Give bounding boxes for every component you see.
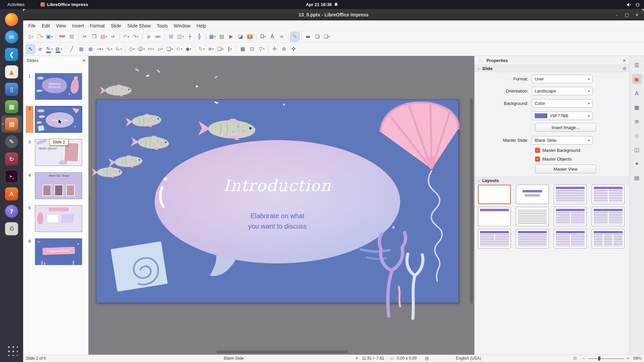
block-arrows-button-dropdown[interactable]: ▾ xyxy=(153,48,154,51)
menu-view[interactable]: View xyxy=(53,21,69,30)
tab-properties[interactable]: ▣ xyxy=(632,74,642,84)
status-language[interactable]: English (USA) xyxy=(456,356,481,361)
menu-slide[interactable]: Slide xyxy=(108,21,124,30)
dock-vlc[interactable]: ▲ xyxy=(1,63,22,80)
callout-shapes-button-dropdown[interactable]: ▾ xyxy=(328,35,330,38)
snap-guides-button[interactable]: ╬ xyxy=(195,32,204,41)
layout-title-6content[interactable] xyxy=(592,229,625,248)
slide-body-text[interactable]: Elaborate on what you want to discuss xyxy=(96,211,459,232)
slide-editing-area[interactable]: Introduction Elaborate on what you want … xyxy=(96,100,459,303)
layout-title-2-content[interactable] xyxy=(592,185,625,204)
dock-firefox[interactable] xyxy=(1,11,22,28)
interaction-button[interactable]: ✜ xyxy=(289,45,298,54)
orientation-select[interactable]: Landscape ▾ xyxy=(532,87,593,95)
vertical-scrollbar-thumb[interactable] xyxy=(470,99,473,304)
clock-text[interactable]: Apr 21 16:36 xyxy=(306,2,332,7)
connectors-button-dropdown[interactable]: ▾ xyxy=(120,48,122,51)
line-color-button-dropdown[interactable]: ▾ xyxy=(51,48,53,51)
paste-button-dropdown[interactable]: ▾ xyxy=(106,35,107,38)
basic-shapes-button-dropdown[interactable]: ▾ xyxy=(133,48,135,51)
tab-navigator[interactable]: ⊚ xyxy=(632,116,642,126)
ellipse-button[interactable]: ● xyxy=(86,45,95,54)
panel-splitter-handle[interactable] xyxy=(89,189,91,206)
save-button[interactable]: ▣▾ xyxy=(45,32,54,41)
print-button[interactable]: ⊟ xyxy=(67,32,76,41)
master-background-checkbox[interactable]: ✓ xyxy=(535,148,540,153)
filter-button-dropdown[interactable]: ▾ xyxy=(263,48,264,51)
flowchart-button[interactable]: ▱▾ xyxy=(156,45,165,54)
slide-thumbnail-5[interactable]: 5 xyxy=(35,205,82,232)
tab-styles[interactable]: A xyxy=(632,88,642,98)
system-tray[interactable] xyxy=(627,2,640,7)
display-grid-button[interactable]: ⊞ xyxy=(167,32,175,41)
symbol-shapes-button[interactable]: ☺▾ xyxy=(137,45,146,54)
redo-button[interactable]: ↷▾ xyxy=(131,32,140,41)
master-slide-select[interactable]: Blank Slide ▾ xyxy=(532,136,593,144)
dock-gimp[interactable]: ✎ xyxy=(1,133,22,150)
menu-slide-show[interactable]: Slide Show xyxy=(124,21,154,30)
menu-format[interactable]: Format xyxy=(87,21,108,30)
curves-polygons-button[interactable]: ∿▾ xyxy=(105,45,114,54)
insert-chart-button[interactable]: ◪ xyxy=(236,32,245,41)
insert-image-button[interactable]: Insert Image... xyxy=(535,123,596,132)
dock-libreoffice-writer[interactable]: ▯ xyxy=(1,80,22,98)
layout-title-slide[interactable] xyxy=(516,185,549,204)
symbol-shapes-button-dropdown[interactable]: ▾ xyxy=(144,48,145,51)
stars-button[interactable]: ☆▾ xyxy=(175,45,183,54)
points-button[interactable]: ✛ xyxy=(270,45,279,54)
layout-title-4content[interactable] xyxy=(554,229,587,248)
special-character-button-dropdown[interactable]: ▾ xyxy=(264,35,266,38)
maximize-button[interactable]: □ xyxy=(623,11,631,18)
align-button[interactable]: ≡▾ xyxy=(207,45,215,54)
callout-shapes-button[interactable]: ❑▾ xyxy=(322,32,331,41)
save-button-dropdown[interactable]: ▾ xyxy=(51,35,53,38)
zoom-out-icon[interactable]: − xyxy=(582,356,585,361)
layout-title-only[interactable] xyxy=(478,207,511,226)
callouts-button[interactable]: ❑▾ xyxy=(165,45,174,54)
lines-arrows-button-dropdown[interactable]: ▾ xyxy=(102,48,103,51)
special-character-button[interactable]: Ω▾ xyxy=(259,32,267,41)
horizontal-scrollbar[interactable] xyxy=(89,350,469,354)
3d-objects-button-dropdown[interactable]: ▾ xyxy=(190,48,191,51)
fill-color-button-dropdown[interactable]: ▾ xyxy=(61,48,62,51)
menu-insert[interactable]: Insert xyxy=(69,21,87,30)
line-color-button[interactable]: ✎▾ xyxy=(45,45,54,54)
new-document-button[interactable]: ▯▾ xyxy=(26,32,35,41)
copy-button[interactable]: ❐ xyxy=(90,32,99,41)
dock-vscode[interactable]: ❮ xyxy=(1,46,22,63)
hyperlink-button[interactable]: ∞ xyxy=(277,32,286,41)
zoom-button[interactable]: ⌀ xyxy=(36,45,44,54)
dock-terminal[interactable]: >_ xyxy=(1,168,22,185)
slide-title-text[interactable]: Introduction xyxy=(96,176,459,195)
background-select[interactable]: Color ▾ xyxy=(532,99,593,108)
layout-blank[interactable] xyxy=(478,185,511,204)
layout-title-2content-content[interactable] xyxy=(554,207,587,226)
layout-title-content-over-content[interactable] xyxy=(516,229,549,248)
dock-thunderbird[interactable]: ✉ xyxy=(1,28,22,46)
dock-show-applications[interactable] xyxy=(1,341,22,359)
basic-shapes-button[interactable]: ◇▾ xyxy=(127,45,136,54)
insert-image-button[interactable]: ▨ xyxy=(217,32,226,41)
arrange-button-dropdown[interactable]: ▾ xyxy=(222,48,223,51)
spelling-button[interactable]: abc xyxy=(154,32,162,41)
layouts-section-header[interactable]: ⌄ Layouts xyxy=(475,177,629,184)
fontwork-button[interactable]: A xyxy=(268,32,277,41)
vertical-scrollbar[interactable] xyxy=(470,57,473,349)
open-file-button[interactable]: ❒▾ xyxy=(36,32,44,41)
rectangle-button[interactable]: ■ xyxy=(77,45,86,54)
dock-libreoffice-calc[interactable]: ▦ xyxy=(1,98,22,115)
undo-button[interactable]: ↶▾ xyxy=(122,32,130,41)
3d-objects-button[interactable]: ◆▾ xyxy=(184,45,193,54)
dock-help[interactable]: ? xyxy=(1,202,22,220)
find-replace-button[interactable]: ⌀ xyxy=(144,32,153,41)
menu-tools[interactable]: Tools xyxy=(154,21,171,30)
flowchart-button-dropdown[interactable]: ▾ xyxy=(162,48,163,51)
minimize-button[interactable]: – xyxy=(613,11,621,18)
export-pdf-button[interactable]: PDF xyxy=(58,32,67,41)
insert-text-box-button[interactable]: T xyxy=(246,32,254,41)
align-button-dropdown[interactable]: ▾ xyxy=(213,48,214,51)
gluepoints-button[interactable]: ⊚ xyxy=(280,45,288,54)
distribute-button[interactable]: ∥▾ xyxy=(225,45,234,54)
display-views-button-dropdown[interactable]: ▾ xyxy=(182,35,184,38)
properties-close-icon[interactable]: ✕ xyxy=(623,58,626,63)
